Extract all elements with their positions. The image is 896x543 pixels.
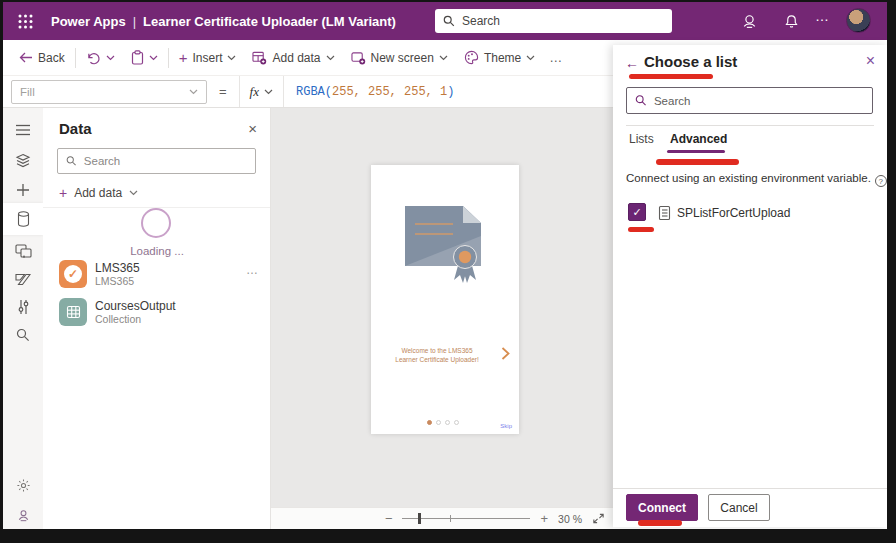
toolbar-more-icon[interactable]: … xyxy=(549,50,563,65)
toolbar-divider xyxy=(168,48,169,68)
chevron-down-icon xyxy=(326,55,335,61)
cancel-button[interactable]: Cancel xyxy=(708,494,770,521)
zoom-slider[interactable] xyxy=(402,512,530,525)
back-label: Back xyxy=(38,51,65,65)
tab-advanced[interactable]: Advanced xyxy=(670,132,727,146)
carousel-dots xyxy=(427,420,459,425)
data-panel: Data × + Add data Loading ... ✓ LMS365 L… xyxy=(43,108,271,529)
choose-a-list-panel: ← Choose a list × Lists Advanced Connect… xyxy=(613,45,887,527)
carousel-dot[interactable] xyxy=(454,420,459,425)
zoom-level: 30 % xyxy=(558,513,582,525)
list-item-row[interactable]: ✓ SPListForCertUpload xyxy=(613,200,887,228)
chevron-down-icon xyxy=(439,55,448,61)
add-data-link[interactable]: + Add data xyxy=(59,185,138,201)
chevron-down-icon[interactable] xyxy=(149,55,158,61)
back-arrow-icon[interactable]: ← xyxy=(625,55,639,71)
undo-button[interactable] xyxy=(86,51,115,65)
theme-button[interactable]: Theme xyxy=(464,50,535,65)
insert-icon[interactable] xyxy=(3,175,43,205)
formula-function: RGBA( xyxy=(296,85,332,99)
carousel-dot[interactable] xyxy=(436,420,441,425)
slider-track xyxy=(402,518,530,519)
more-icon[interactable]: … xyxy=(246,263,259,277)
new-screen-icon xyxy=(351,51,366,65)
annotation-underline-title xyxy=(629,74,713,79)
expand-icon[interactable] xyxy=(592,512,605,525)
formula-close-paren: ) xyxy=(447,85,454,99)
data-source-lms365[interactable]: ✓ LMS365 LMS365 … xyxy=(43,258,271,296)
divider xyxy=(613,488,887,489)
slider-handle[interactable] xyxy=(418,513,421,524)
data-icon[interactable] xyxy=(3,203,43,235)
avatar[interactable] xyxy=(846,8,871,33)
waffle-icon[interactable] xyxy=(3,2,47,40)
zoom-in-button[interactable]: + xyxy=(540,511,548,526)
chevron-down-icon xyxy=(189,89,198,95)
close-icon[interactable]: × xyxy=(866,52,875,70)
help-icon[interactable]: ? xyxy=(875,175,887,187)
add-data-button[interactable]: Add data xyxy=(252,51,334,65)
document-title: Learner Certificate Uploader (LM Variant… xyxy=(143,14,396,29)
data-source-subtitle: LMS365 xyxy=(95,275,134,287)
plus-icon: + xyxy=(179,49,188,66)
app-title: Power Apps|Learner Certificate Uploader … xyxy=(51,14,396,29)
insert-label: Insert xyxy=(192,51,222,65)
checkbox-checked-icon[interactable]: ✓ xyxy=(628,203,646,221)
property-selector[interactable]: Fill xyxy=(11,80,207,104)
list-icon xyxy=(658,205,671,221)
lms365-icon: ✓ xyxy=(59,260,87,288)
title-divider: | xyxy=(133,14,136,29)
virtual-agent-icon[interactable] xyxy=(3,500,43,529)
app-screen-preview[interactable]: Welcome to the LMS365 Learner Certificat… xyxy=(371,165,519,434)
active-tab-indicator xyxy=(667,150,725,153)
global-search-input[interactable] xyxy=(462,14,664,28)
header-more-icon[interactable]: … xyxy=(815,8,830,24)
slider-midpoint-tick xyxy=(450,515,451,522)
back-button[interactable]: Back xyxy=(19,51,65,65)
tab-lists[interactable]: Lists xyxy=(629,132,654,146)
toolbar-divider xyxy=(75,48,76,68)
chevron-right-icon[interactable] xyxy=(501,347,510,360)
list-search[interactable] xyxy=(626,87,873,114)
undo-icon xyxy=(86,51,101,65)
data-search[interactable] xyxy=(57,148,256,174)
annotation-underline-connect xyxy=(638,520,682,526)
add-data-label: Add data xyxy=(74,186,122,200)
variables-icon[interactable] xyxy=(3,292,43,322)
welcome-line1: Welcome to the LMS365 xyxy=(379,346,495,355)
chevron-down-icon[interactable] xyxy=(106,55,115,61)
data-source-title: CoursesOutput xyxy=(95,299,176,313)
search-icon[interactable] xyxy=(3,320,43,350)
zoom-out-button[interactable]: − xyxy=(385,511,393,526)
property-name: Fill xyxy=(20,86,35,98)
settings-icon[interactable] xyxy=(3,470,43,500)
close-icon[interactable]: × xyxy=(248,120,257,137)
connect-button[interactable]: Connect xyxy=(626,494,698,521)
fx-selector[interactable]: fx xyxy=(239,76,284,107)
insert-button[interactable]: + Insert xyxy=(179,49,237,66)
menu-icon[interactable] xyxy=(3,115,43,145)
new-screen-button[interactable]: New screen xyxy=(351,51,448,65)
tree-view-icon[interactable] xyxy=(3,146,43,176)
media-icon[interactable] xyxy=(3,236,43,266)
back-arrow-icon xyxy=(19,52,33,63)
data-source-subtitle: Collection xyxy=(95,313,141,325)
carousel-dot[interactable] xyxy=(427,420,432,425)
list-search-input[interactable] xyxy=(654,95,864,107)
skip-link[interactable]: Skip xyxy=(500,423,512,429)
chevron-down-icon xyxy=(227,55,236,61)
screenshot-frame: Power Apps|Learner Certificate Uploader … xyxy=(0,0,896,543)
formula-input[interactable]: RGBA(255, 255, 255, 1) xyxy=(296,85,454,99)
data-search-input[interactable] xyxy=(84,155,247,167)
carousel-dot[interactable] xyxy=(445,420,450,425)
add-data-label: Add data xyxy=(272,51,320,65)
virtual-agent-icon[interactable] xyxy=(740,12,758,30)
bell-icon[interactable] xyxy=(782,12,800,30)
power-automate-icon[interactable] xyxy=(3,264,43,294)
collection-icon xyxy=(59,298,87,326)
equals-sign: = xyxy=(219,84,227,99)
data-source-coursesoutput[interactable]: CoursesOutput Collection xyxy=(43,296,271,334)
search-icon xyxy=(66,155,77,167)
global-search[interactable] xyxy=(435,9,672,33)
paste-button[interactable] xyxy=(131,50,158,65)
